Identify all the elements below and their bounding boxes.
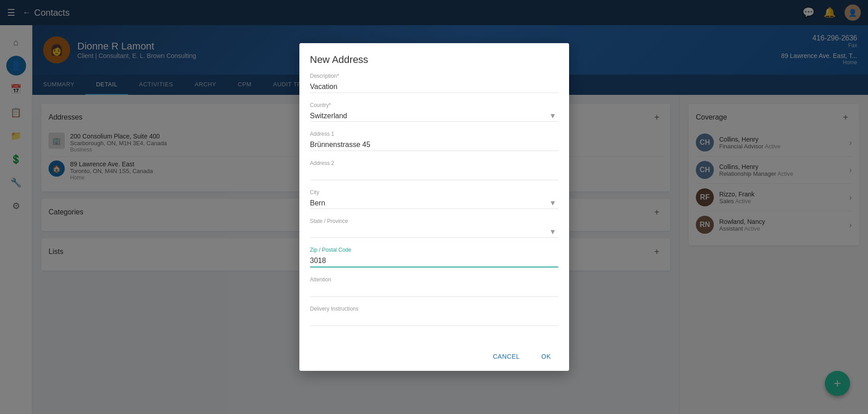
zip-input[interactable] <box>310 255 558 267</box>
country-field: Country* Switzerland ▼ <box>310 102 558 122</box>
modal-overlay: New Address Description* Country* Switze… <box>0 0 868 414</box>
country-select[interactable]: Switzerland <box>310 110 558 122</box>
delivery-input[interactable] <box>310 314 558 326</box>
state-field: State / Province ▼ <box>310 218 558 238</box>
description-input[interactable] <box>310 81 558 93</box>
city-label: City <box>310 189 558 196</box>
attention-label: Attention <box>310 276 558 283</box>
delivery-field: Delivery Instructions <box>310 306 558 326</box>
modal-body: Description* Country* Switzerland ▼ Addr… <box>299 73 569 342</box>
country-select-wrapper: Switzerland ▼ <box>310 110 558 122</box>
new-address-modal: New Address Description* Country* Switze… <box>299 43 569 371</box>
state-select-wrapper: ▼ <box>310 226 558 238</box>
delivery-label: Delivery Instructions <box>310 306 558 312</box>
city-field: City Bern ▼ <box>310 189 558 209</box>
description-label: Description* <box>310 73 558 79</box>
attention-field: Attention <box>310 276 558 297</box>
address2-field: Address 2 <box>310 160 558 180</box>
address1-field: Address 1 <box>310 131 558 151</box>
modal-title: New Address <box>310 54 558 66</box>
address1-label: Address 1 <box>310 131 558 137</box>
address1-input[interactable] <box>310 139 558 151</box>
city-select[interactable]: Bern <box>310 197 558 209</box>
state-label: State / Province <box>310 218 558 224</box>
modal-footer: CANCEL OK <box>299 342 569 371</box>
description-field: Description* <box>310 73 558 93</box>
address2-label: Address 2 <box>310 160 558 166</box>
modal-header: New Address <box>299 43 569 73</box>
country-label: Country* <box>310 102 558 108</box>
cancel-button[interactable]: CANCEL <box>485 349 527 364</box>
zip-field: Zip / Postal Code <box>310 247 558 267</box>
state-select[interactable] <box>310 226 558 238</box>
ok-button[interactable]: OK <box>534 349 558 364</box>
attention-input[interactable] <box>310 285 558 297</box>
zip-label: Zip / Postal Code <box>310 247 558 253</box>
city-select-wrapper: Bern ▼ <box>310 197 558 209</box>
address2-input[interactable] <box>310 168 558 180</box>
